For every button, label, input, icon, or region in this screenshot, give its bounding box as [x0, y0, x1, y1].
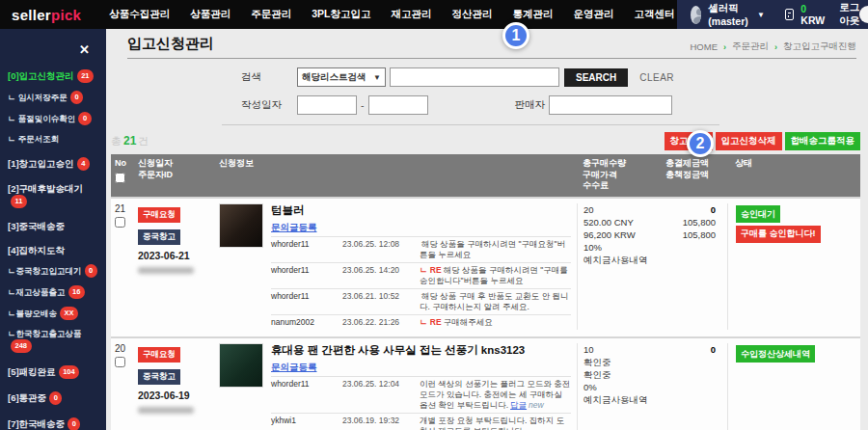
- menu-item-cs[interactable]: 고객센터: [631, 6, 677, 23]
- price-krw: 96,200 KRW: [583, 228, 665, 241]
- search-button[interactable]: SEARCH: [564, 68, 628, 87]
- row-number: 21: [115, 203, 136, 214]
- user-name[interactable]: 셀러픽(master): [708, 2, 748, 27]
- chevron-down-icon: ▼: [373, 73, 381, 82]
- comment-user: ykhwi1: [271, 416, 342, 430]
- product-title[interactable]: 휴대용 팬 간편한 사용 사무실 접는 선풍기 kns3123: [271, 343, 571, 357]
- sidebar-item-china-shipping[interactable]: [3]중국배송중: [8, 221, 99, 232]
- comment-time: 23.06.25. 12:04: [342, 379, 420, 411]
- sidebar-item-inbound-request[interactable]: [0]입고신청관리21: [8, 69, 99, 83]
- total-paid: 0: [665, 203, 716, 216]
- comment-text: 이런 색상의 선풍기는 플러그 모드와 충전 모드가 있습니다. 충전에는 세 …: [420, 379, 571, 411]
- breadcrumb-home[interactable]: HOME: [691, 41, 719, 52]
- product-title[interactable]: 텀블러: [271, 203, 571, 217]
- reply-link[interactable]: 답글: [510, 400, 527, 410]
- deposit-history-link[interactable]: 예치금사용내역: [583, 393, 665, 406]
- request-table: No 신청일자주문자ID 신청정보 총구매수량구매가격수수료 총결제금액총책정금…: [111, 154, 860, 430]
- annotation-step-1: 1: [502, 22, 529, 49]
- breadcrumb-current: 창고입고구매진행: [783, 40, 856, 53]
- comment-time: 23.06.25. 14:20: [342, 265, 420, 286]
- top-navbar: sellerpick 상품수집관리 상품관리 주문관리 3PL창고입고 재고관리…: [0, 0, 868, 29]
- badge-count: XX: [60, 307, 78, 320]
- price-cny: 520.00 CNY: [583, 216, 665, 228]
- comment-row: whorder1123.06.25. 12:04이런 색상의 선풍기는 플러그 …: [271, 376, 571, 413]
- badge-count: 0: [78, 112, 91, 125]
- comment-time: 23.06.22. 21:26: [342, 317, 420, 328]
- breadcrumb: HOME › 주문관리 › 창고입고구매진행: [691, 40, 857, 53]
- select-all-checkbox[interactable]: [115, 173, 125, 183]
- menu-item-order[interactable]: 주문관리: [248, 6, 294, 23]
- comment-time: 23.06.21. 10:52: [342, 291, 420, 312]
- comment-user: nanum2002: [271, 317, 342, 328]
- result-count: 총21건: [111, 134, 149, 148]
- status-badge-settlement-detail[interactable]: 수입정산상세내역: [736, 345, 815, 363]
- search-type-select[interactable]: 해당리스트검색 ▼: [297, 67, 386, 87]
- sidebar-item-china-inbound-wait[interactable]: ㄴ중국창고입고대기0: [8, 264, 99, 278]
- menu-item-collect[interactable]: 상품수집관리: [106, 6, 173, 23]
- inquiry-link[interactable]: 문의글등록: [271, 222, 317, 234]
- chevron-down-icon[interactable]: ▼: [757, 11, 765, 19]
- clear-button[interactable]: CLEAR: [639, 72, 674, 83]
- sidebar-item-customs[interactable]: [6]통관중0: [8, 391, 99, 405]
- sidebar-item-temp-order[interactable]: ㄴ 임시저장주문0: [8, 91, 99, 104]
- product-thumbnail[interactable]: [219, 203, 263, 248]
- status-badge-approve-wait[interactable]: 승인대기: [736, 205, 780, 223]
- app-window: sellerpick 상품수집관리 상품관리 주문관리 3PL창고입고 재고관리…: [0, 0, 868, 430]
- date-to-input[interactable]: [368, 95, 428, 115]
- delete-request-button[interactable]: 입고신청삭제: [716, 132, 782, 150]
- row-checkbox[interactable]: [115, 357, 125, 367]
- row-checkbox[interactable]: [115, 217, 125, 228]
- badge-count: 16: [68, 285, 85, 299]
- sidebar-item-defect[interactable]: ㄴ불량오배송XX: [8, 307, 99, 320]
- badge-count: 21: [77, 69, 94, 83]
- menu-item-3pl[interactable]: 3PL창고입고: [309, 6, 373, 23]
- total-paid: 0: [665, 343, 716, 356]
- sidebar-item-pickup-arrived[interactable]: [4]집하지도착: [8, 245, 99, 256]
- balance-currency: KRW: [800, 14, 825, 26]
- price-cny: 확인중: [583, 356, 665, 368]
- logo[interactable]: sellerpick: [0, 7, 81, 23]
- logo-pick: pick: [51, 7, 81, 23]
- fee-rate: 10%: [583, 241, 665, 254]
- deposit-history-link[interactable]: 예치금사용내역: [583, 254, 665, 266]
- status-badge-approve-purchase[interactable]: 구매를 승인합니다!: [736, 226, 821, 243]
- table-row: 21 구매요청 중국창고 2023-06-21 텀블러 문의글등록: [111, 197, 860, 336]
- price-krw: 확인중: [583, 368, 665, 381]
- search-input[interactable]: [390, 67, 559, 87]
- menu-item-inventory[interactable]: 재고관리: [388, 6, 434, 23]
- product-thumbnail[interactable]: [219, 343, 263, 388]
- sidebar-item-warehouse-approve[interactable]: [1]창고입고승인4: [8, 157, 99, 171]
- annotation-step-2: 2: [687, 130, 714, 157]
- status-badge: 구매요청: [138, 347, 180, 363]
- comment-text: 해당 상품 구매 후 반품도 교환도 안 됩니다. 구매하시는지 알려 주세요.: [420, 291, 571, 312]
- group-shipping-button[interactable]: 합배송그룹적용: [785, 132, 861, 150]
- breadcrumb-separator: ›: [774, 42, 777, 52]
- badge-count: 0: [70, 91, 83, 104]
- status-badge: 구매요청: [138, 207, 180, 223]
- badge-count: 248: [11, 339, 32, 353]
- menu-item-stats[interactable]: 통계관리: [509, 6, 556, 23]
- balance-amount: 0: [800, 3, 806, 14]
- comment-user: whorder11: [271, 239, 342, 260]
- sidebar-item-korea-out[interactable]: ㄴ한국창고출고상품248: [8, 328, 99, 353]
- sidebar-item-ship-wait[interactable]: [2]구매후발송대기11: [8, 183, 99, 208]
- masked-user-id: [138, 407, 194, 414]
- total-assessed2: 105,800: [665, 228, 716, 241]
- menu-item-product[interactable]: 상품관리: [187, 6, 233, 23]
- sidebar-item-order-view[interactable]: ㄴ 주문서조회: [8, 133, 99, 145]
- balance: 0 KRW: [800, 3, 825, 26]
- badge-count: 0: [85, 264, 97, 278]
- breadcrumb-order[interactable]: 주문관리: [732, 40, 769, 53]
- search-label: 검색: [241, 70, 297, 84]
- sidebar-item-packing-done[interactable]: [5]패킹완료104: [8, 365, 99, 379]
- menu-item-operation[interactable]: 운영관리: [570, 6, 616, 23]
- sidebar-item-korea-shipping[interactable]: [7]한국배송중0: [8, 417, 99, 430]
- date-from-input[interactable]: [297, 95, 357, 115]
- close-icon[interactable]: ✕: [8, 42, 99, 57]
- seller-input[interactable]: [549, 95, 672, 115]
- sidebar-item-stock-out[interactable]: ㄴ재고상품출고16: [8, 285, 99, 299]
- sidebar-item-soldout-issue[interactable]: ㄴ 품절및이슈확인0: [8, 112, 99, 125]
- inquiry-link[interactable]: 문의글등록: [271, 362, 317, 374]
- wallet-icon: [785, 9, 794, 20]
- menu-item-settlement[interactable]: 정산관리: [448, 6, 495, 23]
